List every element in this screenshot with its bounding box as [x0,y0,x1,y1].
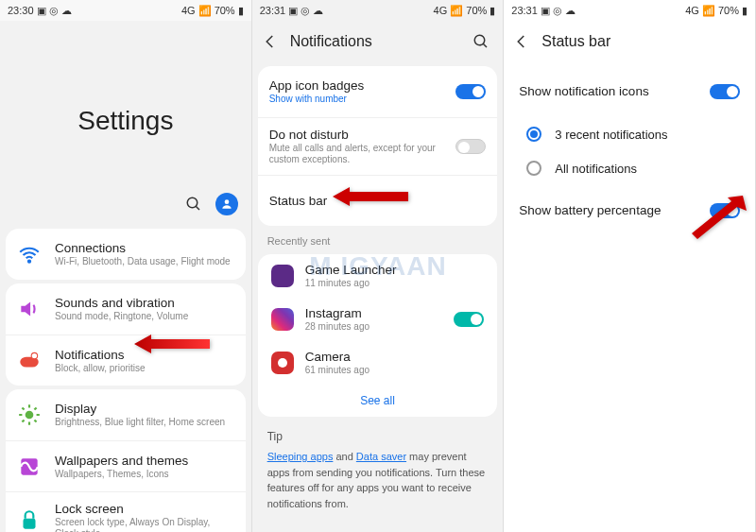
recent-app-row[interactable]: Game Launcher 11 minutes ago [258,254,498,298]
wallpapers-sub: Wallpapers, Themes, Icons [55,469,234,480]
search-icon[interactable] [472,33,490,50]
status-battery: 70% [466,5,487,16]
wallpapers-row[interactable]: Wallpapers and themes Wallpapers, Themes… [6,440,246,491]
status-icons-left: ▣ ◎ ☁ [288,5,323,17]
title-actions [0,193,251,225]
recent-app-row[interactable]: Instagram 28 minutes ago [258,298,498,341]
page-title: Settings [0,106,251,136]
lockscreen-row[interactable]: Lock screen Screen lock type, Always On … [6,491,246,532]
camera-icon [271,352,294,374]
header-title: Notifications [290,33,473,50]
status-time: 23:31 [511,5,538,16]
instagram-toggle[interactable] [454,312,484,327]
battery-icon: ▮ [742,5,747,17]
app-name: Game Launcher [305,263,485,277]
radio-icon [526,161,541,176]
display-row[interactable]: Display Brightness, Blue light filter, H… [6,389,246,440]
svg-line-13 [22,420,24,421]
sounds-row[interactable]: Sounds and vibration Sound mode, Rington… [6,283,246,335]
game-launcher-icon [271,265,294,287]
notif-settings-card: App icon badges Show with number Do not … [258,66,498,226]
statusbar-options: Show notification icons 3 recent notific… [504,62,755,240]
status-network: 4G [434,5,448,16]
wallpapers-title: Wallpapers and themes [55,454,234,468]
status-time: 23:31 [260,5,286,16]
settings-card-3: Display Brightness, Blue light filter, H… [6,389,246,532]
show-battery-toggle[interactable] [710,203,740,218]
settings-screen: 23:30 ▣ ◎ ☁ 4G 📶 70% ▮ Settings Connecti… [0,0,252,532]
sound-icon [17,297,42,321]
wifi-icon [17,242,42,266]
svg-point-2 [224,199,229,204]
lockscreen-title: Lock screen [55,502,234,516]
show-battery-row[interactable]: Show battery percentage [504,185,755,236]
sounds-sub: Sound mode, Ringtone, Volume [55,311,234,322]
search-icon[interactable] [185,196,202,213]
tip-link-2[interactable]: Data saver [356,451,406,462]
battery-icon: ▮ [238,5,244,17]
radio-icon [526,127,541,142]
status-signal-icon: 📶 [450,5,463,17]
svg-point-0 [187,197,198,208]
radio-label: 3 recent notifications [555,128,667,142]
notifications-row[interactable]: Notifications Block, allow, prioritise [6,335,246,386]
show-notification-icons-row[interactable]: Show notification icons [504,66,755,117]
status-bar: 23:31 ▣ ◎ ☁ 4G 📶 70% ▮ [252,0,504,21]
account-avatar[interactable] [215,193,238,215]
badges-toggle[interactable] [455,84,486,99]
settings-card-2: Sounds and vibration Sound mode, Rington… [6,283,246,386]
tip-label: Tip [267,430,489,443]
display-sub: Brightness, Blue light filter, Home scre… [55,417,234,428]
dnd-sub: Mute all calls and alerts, except for yo… [269,143,456,165]
app-time: 61 minutes ago [305,365,485,376]
see-all-link[interactable]: See all [258,385,498,417]
tip-block: Tip Sleeping apps and Data saver may pre… [252,420,504,521]
display-icon [17,403,42,427]
status-bar-label: Status bar [269,194,487,208]
recent-app-row[interactable]: Camera 61 minutes ago [258,341,498,385]
instagram-icon [271,308,294,331]
connections-row[interactable]: Connections Wi-Fi, Bluetooth, Data usage… [6,229,246,280]
radio-all[interactable]: All notifications [504,151,755,185]
app-time: 28 minutes ago [305,321,455,333]
sounds-title: Sounds and vibration [55,296,234,310]
show-icons-label: Show notification icons [519,84,710,98]
status-bar: 23:30 ▣ ◎ ☁ 4G 📶 70% ▮ [0,0,251,21]
status-signal-icon: 📶 [702,5,715,17]
svg-point-5 [31,352,37,359]
status-network: 4G [685,5,699,16]
display-title: Display [55,402,234,416]
connections-title: Connections [55,241,234,255]
show-battery-label: Show battery percentage [519,203,710,217]
status-bar-row[interactable]: Status bar [258,175,498,226]
screen-header: Notifications [252,21,504,62]
status-time: 23:30 [8,5,34,16]
notifications-screen: 23:31 ▣ ◎ ☁ 4G 📶 70% ▮ Notifications App… [252,0,505,532]
show-icons-toggle[interactable] [710,84,740,99]
recently-sent-label: Recently sent [252,230,504,250]
status-battery: 70% [215,5,235,16]
status-bar: 23:31 ▣ ◎ ☁ 4G 📶 70% ▮ [504,0,755,21]
app-name: Camera [305,350,485,364]
svg-line-11 [22,407,24,409]
back-icon[interactable] [513,33,530,50]
app-name: Instagram [305,306,455,320]
svg-line-14 [34,407,36,409]
svg-point-3 [28,261,30,263]
svg-line-12 [34,420,36,421]
status-signal-icon: 📶 [198,5,212,17]
wallpapers-icon [17,455,42,479]
dnd-row[interactable]: Do not disturb Mute all calls and alerts… [258,117,498,175]
tip-body: Sleeping apps and Data saver may prevent… [267,449,489,511]
back-icon[interactable] [262,33,279,50]
svg-line-1 [196,206,199,210]
settings-card-1: Connections Wi-Fi, Bluetooth, Data usage… [6,229,246,280]
dnd-toggle[interactable] [455,139,486,154]
radio-3-recent[interactable]: 3 recent notifications [504,117,755,151]
app-icon-badges-row[interactable]: App icon badges Show with number [258,66,498,117]
radio-label: All notifications [555,162,637,176]
status-icons-left: ▣ ◎ ☁ [541,5,576,17]
recently-sent-card: Game Launcher 11 minutes ago Instagram 2… [258,254,498,417]
tip-link-1[interactable]: Sleeping apps [267,451,334,462]
status-icons-left: ▣ ◎ ☁ [37,5,72,17]
